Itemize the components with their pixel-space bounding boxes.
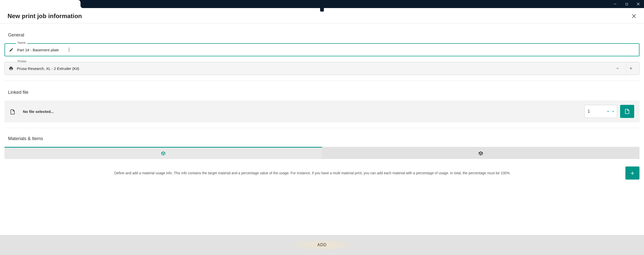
printer-value: Prusa Research, XL - 2 Extruder (Kit) xyxy=(17,66,611,71)
materials-tabs xyxy=(5,147,639,159)
copies-value: 1 xyxy=(588,109,606,114)
tab-materials[interactable] xyxy=(5,147,322,159)
tab-items[interactable] xyxy=(322,147,639,159)
printer-field: Prusa Research, XL - 2 Extruder (Kit) Pr… xyxy=(5,62,639,75)
plus-icon: + xyxy=(630,169,634,177)
chevron-up-icon[interactable] xyxy=(611,110,615,113)
edit-icon xyxy=(9,48,14,52)
section-heading-linked-file: Linked file xyxy=(8,90,639,95)
materials-helper-text: Define and add a material usage info. Th… xyxy=(5,171,620,175)
window-close-button[interactable] xyxy=(632,0,644,8)
window-controls xyxy=(609,0,644,8)
name-field: Name xyxy=(5,43,639,56)
divider xyxy=(5,80,639,81)
dialog-footer: ADD xyxy=(0,235,644,255)
close-icon[interactable] xyxy=(631,13,637,19)
materials-helper-row: Define and add a material usage info. Th… xyxy=(5,166,639,180)
linked-file-row: No file selected... 1 xyxy=(5,101,639,122)
linked-file-empty-text: No file selected... xyxy=(23,109,581,114)
printer-label: Printer xyxy=(16,60,28,63)
add-button[interactable]: ADD xyxy=(287,239,357,251)
printer-icon xyxy=(9,66,13,71)
section-heading-general: General xyxy=(8,32,639,38)
chevron-down-icon[interactable] xyxy=(615,65,621,71)
file-icon xyxy=(10,109,14,114)
name-input[interactable] xyxy=(17,48,69,52)
text-caret xyxy=(69,48,69,52)
name-field-outline[interactable] xyxy=(5,43,639,56)
printer-field-outline[interactable]: Prusa Research, XL - 2 Extruder (Kit) xyxy=(5,62,639,75)
window-minimize-button[interactable] xyxy=(609,0,621,8)
name-label: Name xyxy=(16,41,27,45)
browse-file-button[interactable] xyxy=(620,105,634,118)
window-tab[interactable] xyxy=(0,0,80,8)
window-titlebar xyxy=(0,0,644,8)
add-printer-button[interactable] xyxy=(626,62,635,75)
section-heading-materials: Materials & Items xyxy=(8,136,639,141)
svg-rect-1 xyxy=(626,3,628,5)
add-material-button[interactable]: + xyxy=(625,166,639,180)
window-maximize-button[interactable] xyxy=(621,0,632,8)
titlebar-drag-handle[interactable] xyxy=(320,8,324,12)
copies-stepper[interactable]: 1 xyxy=(584,105,617,118)
page-title: New print job information xyxy=(8,13,82,20)
divider xyxy=(5,128,639,128)
chevron-down-icon[interactable] xyxy=(606,110,610,113)
